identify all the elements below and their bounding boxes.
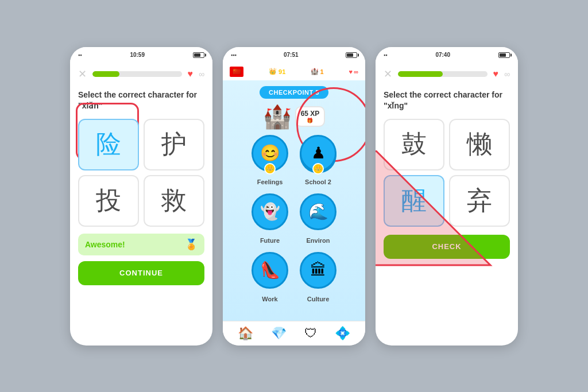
nav-social[interactable]: 💠 — [335, 326, 350, 341]
lesson-label-environ: Environ — [307, 237, 330, 244]
char-cell-3-2[interactable]: 醒 — [384, 175, 444, 227]
char-2: 投 — [96, 184, 121, 218]
lesson-school2: ♟ 👑 School 2 — [300, 135, 336, 185]
status-bar-3: ▪▪ 07:40 — [376, 47, 518, 63]
lesson-circle-future[interactable]: 👻 — [252, 193, 288, 230]
map-area: CHECKPOINT 5 🏰 65 XP 🎁 😊 👑 Feelings ♟ — [223, 80, 365, 321]
fire-emoji: 🏰 — [311, 68, 319, 75]
crown-school2: 👑 — [312, 163, 324, 174]
close-button-3[interactable]: ✕ — [384, 68, 392, 80]
char-cell-0[interactable]: 险 — [78, 119, 139, 170]
status-bar-1: ▪▪ 10:59 — [70, 47, 212, 63]
heart-icon-1: ♥ — [188, 69, 194, 79]
char-3: 救 — [161, 184, 187, 218]
infinity-2: ∞ — [354, 68, 358, 75]
lesson-culture: 🏛 Culture — [300, 252, 336, 302]
status-left-1: ▪▪ — [78, 52, 82, 58]
status-time-2: 07:51 — [284, 52, 299, 58]
infinity-icon-3: ∞ — [504, 69, 510, 79]
castle-area: 🏰 65 XP 🎁 — [263, 103, 326, 130]
progress-fill-3 — [398, 71, 443, 77]
continue-button[interactable]: CONTINUE — [78, 261, 204, 285]
lesson-circle-work[interactable]: 👠 — [252, 252, 288, 289]
feelings-icon: 😊 — [260, 143, 280, 162]
nav-gems[interactable]: 💎 — [271, 326, 287, 341]
progress-fill-1 — [92, 71, 119, 77]
char-grid-1: 险 护 投 救 — [70, 119, 212, 227]
lesson-label-culture: Culture — [307, 296, 330, 302]
xp-count: 91 — [278, 68, 285, 75]
castle-icon: 🏰 — [263, 103, 292, 130]
lesson-circle-school2[interactable]: ♟ 👑 — [300, 135, 336, 172]
lesson-circle-culture[interactable]: 🏛 — [300, 252, 336, 289]
culture-icon: 🏛 — [310, 261, 326, 280]
future-icon: 👻 — [260, 202, 280, 221]
status-time-3: 07:40 — [435, 52, 450, 58]
stats-bar-2: 🇨🇳 👑 91 🏰 1 ♥ ∞ — [223, 63, 365, 80]
char-cell-3-3[interactable]: 弃 — [449, 175, 510, 227]
lessons-grid: 😊 👑 Feelings ♟ 👑 School 2 👻 Future — [240, 135, 348, 302]
char-cell-3-1[interactable]: 懒 — [449, 119, 510, 170]
close-button-1[interactable]: ✕ — [78, 68, 87, 80]
quiz-header-1: ✕ ♥ ∞ — [70, 63, 212, 85]
sim-icon-3: ▪▪ — [384, 52, 387, 58]
checkpoint-badge: CHECKPOINT 5 — [260, 86, 328, 99]
streak-badge: 🏰 1 — [311, 68, 323, 75]
char-cell-3[interactable]: 救 — [144, 175, 204, 227]
battery-icon-3 — [498, 52, 510, 58]
sim-icon: ▪▪ — [78, 52, 82, 58]
status-right-2 — [346, 52, 357, 58]
heart-emoji: ♥ — [349, 68, 353, 75]
char-1: 护 — [161, 127, 187, 161]
xp-chest[interactable]: 65 XP 🎁 — [295, 106, 326, 127]
feedback-icon-1: 🏅 — [185, 238, 198, 251]
progress-bar-1 — [92, 71, 182, 77]
lesson-work: 👠 Work — [252, 252, 288, 302]
lesson-label-work: Work — [262, 296, 277, 302]
school2-icon: ♟ — [311, 143, 326, 162]
char-cell-3-0[interactable]: 鼓 — [384, 119, 444, 170]
battery-fill-3 — [500, 53, 506, 57]
streak-count: 1 — [320, 68, 323, 75]
status-right-1 — [193, 52, 204, 58]
char-3-1: 懒 — [467, 127, 492, 161]
bottom-nav: 🏠 💎 🛡 💠 — [223, 321, 365, 346]
wifi-icon-2: ▪▪▪ — [231, 52, 237, 58]
nav-home[interactable]: 🏠 — [238, 326, 253, 341]
lesson-circle-environ[interactable]: 🌊 — [300, 193, 336, 230]
status-left-3: ▪▪ — [384, 52, 387, 58]
feedback-bar-1: Awesome! 🏅 — [78, 234, 204, 255]
battery-icon-2 — [346, 52, 357, 58]
phone-1: ▪▪ 10:59 ✕ ♥ ∞ Select the correct charac… — [70, 47, 212, 346]
environ-icon: 🌊 — [308, 202, 328, 221]
lives-badge: ♥ ∞ — [349, 68, 358, 75]
char-3-3: 弃 — [467, 184, 492, 218]
progress-bar-3 — [398, 71, 488, 77]
check-button[interactable]: CHECK — [384, 235, 510, 259]
quiz-header-3: ✕ ♥ ∞ — [376, 63, 518, 85]
lesson-circle-feelings[interactable]: 😊 👑 — [252, 135, 288, 172]
xp-chest-label: 🎁 — [301, 118, 320, 123]
char-cell-1[interactable]: 护 — [144, 119, 204, 170]
status-left-2: ▪▪▪ — [231, 52, 237, 58]
question-text-3: Select the correct character for "xǐng" — [376, 85, 518, 119]
battery-fill-1 — [194, 53, 200, 57]
battery-fill-2 — [347, 53, 353, 57]
feedback-text-1: Awesome! — [85, 240, 125, 249]
char-3-2: 醒 — [401, 184, 427, 218]
xp-chest-num: 65 XP — [301, 110, 320, 118]
lesson-label-feelings: Feelings — [257, 178, 283, 185]
nav-shield[interactable]: 🛡 — [304, 326, 317, 341]
status-right-3 — [498, 52, 510, 58]
flag-icon: 🇨🇳 — [230, 67, 243, 77]
work-icon: 👠 — [260, 261, 280, 280]
lesson-feelings: 😊 👑 Feelings — [252, 135, 288, 185]
char-grid-3: 鼓 懒 醒 弃 — [376, 119, 518, 227]
question-text-1: Select the correct character for "xiǎn" — [70, 85, 212, 119]
char-cell-2[interactable]: 投 — [78, 175, 139, 227]
xp-badge: 👑 91 — [269, 68, 285, 75]
status-time-1: 10:59 — [130, 52, 145, 58]
status-bar-2: ▪▪▪ 07:51 — [223, 47, 365, 63]
phone-3: ▪▪ 07:40 ✕ ♥ ∞ Select the correct charac… — [376, 47, 518, 346]
lesson-label-school2: School 2 — [305, 178, 331, 185]
